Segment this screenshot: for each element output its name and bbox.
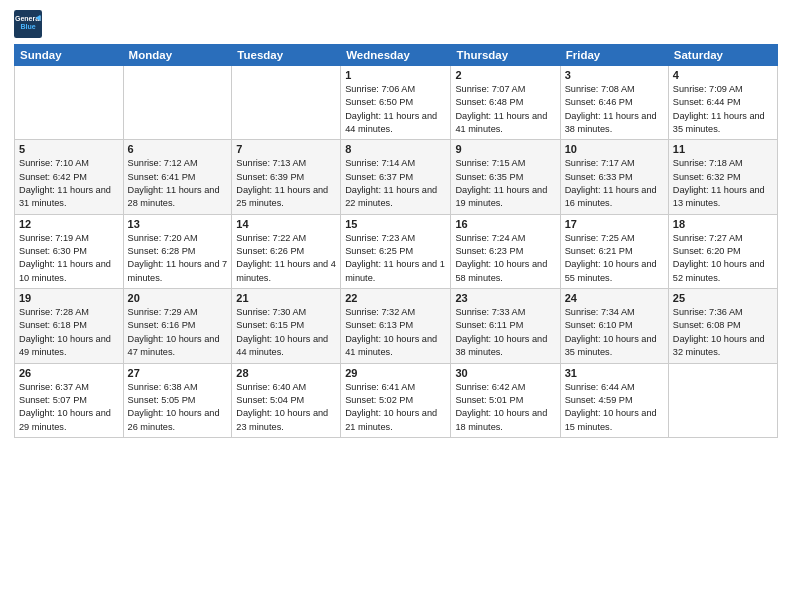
day-info: Sunrise: 7:22 AM Sunset: 6:26 PM Dayligh… — [236, 232, 336, 285]
calendar-cell: 13Sunrise: 7:20 AM Sunset: 6:28 PM Dayli… — [123, 214, 232, 288]
calendar-cell: 28Sunrise: 6:40 AM Sunset: 5:04 PM Dayli… — [232, 363, 341, 437]
logo-icon: General Blue — [14, 10, 42, 38]
day-number: 3 — [565, 69, 664, 81]
week-row-1: 5Sunrise: 7:10 AM Sunset: 6:42 PM Daylig… — [15, 140, 778, 214]
calendar-cell: 16Sunrise: 7:24 AM Sunset: 6:23 PM Dayli… — [451, 214, 560, 288]
page: General Blue SundayMondayTuesdayWednesda… — [0, 0, 792, 612]
col-header-saturday: Saturday — [668, 45, 777, 66]
day-number: 15 — [345, 218, 446, 230]
day-info: Sunrise: 7:34 AM Sunset: 6:10 PM Dayligh… — [565, 306, 664, 359]
day-info: Sunrise: 6:42 AM Sunset: 5:01 PM Dayligh… — [455, 381, 555, 434]
calendar-cell: 11Sunrise: 7:18 AM Sunset: 6:32 PM Dayli… — [668, 140, 777, 214]
col-header-sunday: Sunday — [15, 45, 124, 66]
calendar-cell: 14Sunrise: 7:22 AM Sunset: 6:26 PM Dayli… — [232, 214, 341, 288]
day-info: Sunrise: 7:29 AM Sunset: 6:16 PM Dayligh… — [128, 306, 228, 359]
calendar-cell: 20Sunrise: 7:29 AM Sunset: 6:16 PM Dayli… — [123, 289, 232, 363]
day-number: 27 — [128, 367, 228, 379]
day-info: Sunrise: 6:37 AM Sunset: 5:07 PM Dayligh… — [19, 381, 119, 434]
day-number: 4 — [673, 69, 773, 81]
week-row-0: 1Sunrise: 7:06 AM Sunset: 6:50 PM Daylig… — [15, 66, 778, 140]
day-info: Sunrise: 7:27 AM Sunset: 6:20 PM Dayligh… — [673, 232, 773, 285]
day-info: Sunrise: 7:36 AM Sunset: 6:08 PM Dayligh… — [673, 306, 773, 359]
calendar-cell: 3Sunrise: 7:08 AM Sunset: 6:46 PM Daylig… — [560, 66, 668, 140]
day-number: 21 — [236, 292, 336, 304]
calendar-cell: 24Sunrise: 7:34 AM Sunset: 6:10 PM Dayli… — [560, 289, 668, 363]
calendar-cell: 21Sunrise: 7:30 AM Sunset: 6:15 PM Dayli… — [232, 289, 341, 363]
day-info: Sunrise: 7:24 AM Sunset: 6:23 PM Dayligh… — [455, 232, 555, 285]
day-info: Sunrise: 7:13 AM Sunset: 6:39 PM Dayligh… — [236, 157, 336, 210]
day-number: 2 — [455, 69, 555, 81]
day-info: Sunrise: 6:38 AM Sunset: 5:05 PM Dayligh… — [128, 381, 228, 434]
day-info: Sunrise: 7:10 AM Sunset: 6:42 PM Dayligh… — [19, 157, 119, 210]
calendar-cell: 27Sunrise: 6:38 AM Sunset: 5:05 PM Dayli… — [123, 363, 232, 437]
col-header-wednesday: Wednesday — [341, 45, 451, 66]
day-number: 25 — [673, 292, 773, 304]
calendar-cell — [668, 363, 777, 437]
day-number: 13 — [128, 218, 228, 230]
calendar-cell: 7Sunrise: 7:13 AM Sunset: 6:39 PM Daylig… — [232, 140, 341, 214]
week-row-4: 26Sunrise: 6:37 AM Sunset: 5:07 PM Dayli… — [15, 363, 778, 437]
col-header-thursday: Thursday — [451, 45, 560, 66]
day-number: 16 — [455, 218, 555, 230]
day-number: 6 — [128, 143, 228, 155]
day-info: Sunrise: 7:25 AM Sunset: 6:21 PM Dayligh… — [565, 232, 664, 285]
calendar-cell: 4Sunrise: 7:09 AM Sunset: 6:44 PM Daylig… — [668, 66, 777, 140]
day-info: Sunrise: 7:33 AM Sunset: 6:11 PM Dayligh… — [455, 306, 555, 359]
calendar-cell: 10Sunrise: 7:17 AM Sunset: 6:33 PM Dayli… — [560, 140, 668, 214]
day-info: Sunrise: 7:09 AM Sunset: 6:44 PM Dayligh… — [673, 83, 773, 136]
calendar-cell: 26Sunrise: 6:37 AM Sunset: 5:07 PM Dayli… — [15, 363, 124, 437]
calendar-cell: 8Sunrise: 7:14 AM Sunset: 6:37 PM Daylig… — [341, 140, 451, 214]
day-number: 24 — [565, 292, 664, 304]
day-info: Sunrise: 6:41 AM Sunset: 5:02 PM Dayligh… — [345, 381, 446, 434]
day-number: 20 — [128, 292, 228, 304]
day-number: 9 — [455, 143, 555, 155]
day-number: 28 — [236, 367, 336, 379]
day-info: Sunrise: 7:07 AM Sunset: 6:48 PM Dayligh… — [455, 83, 555, 136]
day-number: 17 — [565, 218, 664, 230]
week-row-2: 12Sunrise: 7:19 AM Sunset: 6:30 PM Dayli… — [15, 214, 778, 288]
day-number: 23 — [455, 292, 555, 304]
calendar-cell: 31Sunrise: 6:44 AM Sunset: 4:59 PM Dayli… — [560, 363, 668, 437]
day-number: 19 — [19, 292, 119, 304]
day-number: 8 — [345, 143, 446, 155]
day-number: 26 — [19, 367, 119, 379]
calendar: SundayMondayTuesdayWednesdayThursdayFrid… — [14, 44, 778, 438]
day-info: Sunrise: 7:30 AM Sunset: 6:15 PM Dayligh… — [236, 306, 336, 359]
day-info: Sunrise: 6:44 AM Sunset: 4:59 PM Dayligh… — [565, 381, 664, 434]
col-header-tuesday: Tuesday — [232, 45, 341, 66]
calendar-cell: 12Sunrise: 7:19 AM Sunset: 6:30 PM Dayli… — [15, 214, 124, 288]
day-info: Sunrise: 7:32 AM Sunset: 6:13 PM Dayligh… — [345, 306, 446, 359]
day-number: 5 — [19, 143, 119, 155]
day-number: 31 — [565, 367, 664, 379]
calendar-cell: 6Sunrise: 7:12 AM Sunset: 6:41 PM Daylig… — [123, 140, 232, 214]
day-info: Sunrise: 7:08 AM Sunset: 6:46 PM Dayligh… — [565, 83, 664, 136]
calendar-cell: 9Sunrise: 7:15 AM Sunset: 6:35 PM Daylig… — [451, 140, 560, 214]
week-row-3: 19Sunrise: 7:28 AM Sunset: 6:18 PM Dayli… — [15, 289, 778, 363]
calendar-cell: 2Sunrise: 7:07 AM Sunset: 6:48 PM Daylig… — [451, 66, 560, 140]
day-info: Sunrise: 7:23 AM Sunset: 6:25 PM Dayligh… — [345, 232, 446, 285]
day-info: Sunrise: 7:19 AM Sunset: 6:30 PM Dayligh… — [19, 232, 119, 285]
day-info: Sunrise: 7:14 AM Sunset: 6:37 PM Dayligh… — [345, 157, 446, 210]
logo: General Blue — [14, 10, 42, 38]
calendar-cell: 22Sunrise: 7:32 AM Sunset: 6:13 PM Dayli… — [341, 289, 451, 363]
day-number: 22 — [345, 292, 446, 304]
col-header-friday: Friday — [560, 45, 668, 66]
col-header-monday: Monday — [123, 45, 232, 66]
day-number: 29 — [345, 367, 446, 379]
day-number: 7 — [236, 143, 336, 155]
day-number: 10 — [565, 143, 664, 155]
day-info: Sunrise: 6:40 AM Sunset: 5:04 PM Dayligh… — [236, 381, 336, 434]
day-number: 11 — [673, 143, 773, 155]
day-info: Sunrise: 7:20 AM Sunset: 6:28 PM Dayligh… — [128, 232, 228, 285]
header-row: SundayMondayTuesdayWednesdayThursdayFrid… — [15, 45, 778, 66]
calendar-cell: 1Sunrise: 7:06 AM Sunset: 6:50 PM Daylig… — [341, 66, 451, 140]
calendar-cell — [123, 66, 232, 140]
calendar-cell: 15Sunrise: 7:23 AM Sunset: 6:25 PM Dayli… — [341, 214, 451, 288]
calendar-cell — [15, 66, 124, 140]
calendar-cell: 5Sunrise: 7:10 AM Sunset: 6:42 PM Daylig… — [15, 140, 124, 214]
calendar-cell: 23Sunrise: 7:33 AM Sunset: 6:11 PM Dayli… — [451, 289, 560, 363]
day-info: Sunrise: 7:06 AM Sunset: 6:50 PM Dayligh… — [345, 83, 446, 136]
day-number: 30 — [455, 367, 555, 379]
calendar-cell: 25Sunrise: 7:36 AM Sunset: 6:08 PM Dayli… — [668, 289, 777, 363]
day-number: 1 — [345, 69, 446, 81]
